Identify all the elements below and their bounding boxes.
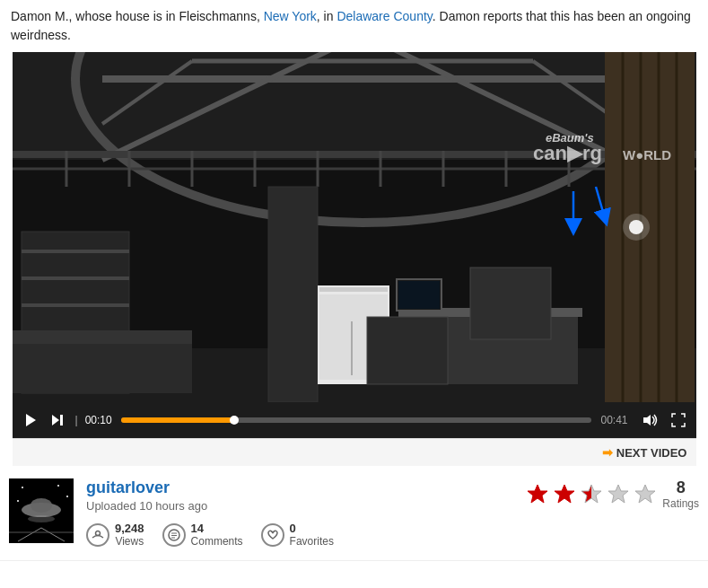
video-scene: eBaum's can▶rg W●RLD [13,52,696,402]
svg-rect-24 [22,276,129,280]
svg-point-62 [28,515,55,522]
ratings-section: 8 Ratings [526,478,699,510]
star-4[interactable] [607,483,630,506]
ratings-number: 8 [677,478,686,497]
progress-fill [121,417,234,423]
next-video-label: NEXT VIDEO [616,446,687,460]
next-video-button[interactable]: ➡ NEXT VIDEO [602,445,687,460]
avatar [9,478,74,543]
views-count-label: 9,248 Views [115,522,144,548]
svg-marker-74 [581,485,601,503]
video-frame[interactable]: eBaum's can▶rg W●RLD [13,52,696,402]
views-label: Views [115,535,144,548]
star-2[interactable] [553,483,576,506]
play-button[interactable] [20,413,41,427]
progress-bar[interactable] [121,417,592,423]
author-info: guitarlover Uploaded 10 hours ago 9,248 … [86,478,513,548]
svg-rect-25 [22,303,129,307]
delaware-link[interactable]: Delaware County [337,9,432,23]
svg-marker-73 [555,485,574,503]
svg-rect-46 [398,281,440,309]
svg-marker-53 [52,415,59,426]
svg-point-42 [623,214,650,241]
svg-rect-29 [319,287,388,292]
comments-count-label: 14 Comments [191,522,243,548]
ratings-count: 8 Ratings [662,478,699,510]
star-1[interactable] [526,483,549,506]
views-count: 9,248 [115,522,144,535]
ratings-text: Ratings [662,497,699,510]
volume-button[interactable] [639,414,662,426]
fullscreen-button[interactable] [668,413,689,427]
favorites-count-label: 0 Favorites [290,522,334,548]
views-icon [86,523,109,547]
author-section: guitarlover Uploaded 10 hours ago 9,248 … [0,466,708,561]
ratings-row: 8 Ratings [526,478,699,510]
author-name-link[interactable]: guitarlover [86,478,170,496]
star-5[interactable] [634,483,657,506]
svg-marker-55 [643,415,651,426]
svg-marker-52 [26,414,36,426]
star-3[interactable] [580,483,603,506]
article-text: Damon M., whose house is in Fleischmanns… [0,0,708,52]
svg-point-65 [66,496,68,497]
video-container: eBaum's can▶rg W●RLD | 00:10 00:41 [13,52,696,466]
svg-marker-75 [608,485,628,503]
comments-count: 14 [191,522,243,535]
progress-handle[interactable] [230,416,239,425]
article-text-content: Damon M., whose house is in Fleischmanns… [11,9,691,42]
svg-point-66 [17,500,19,502]
stars-row [526,483,657,506]
favorites-count: 0 [290,522,334,535]
svg-point-58 [31,498,52,513]
new-york-link[interactable]: New York [264,9,317,23]
comments-stat: 14 Comments [162,522,243,548]
favorites-icon [261,523,284,547]
svg-rect-23 [22,250,129,253]
svg-text:can▶rg: can▶rg [533,142,602,164]
svg-point-64 [57,485,59,487]
video-controls-bar: | 00:10 00:41 [13,402,696,438]
skip-button[interactable] [47,413,68,427]
current-time: 00:10 [85,414,112,426]
svg-rect-54 [60,415,63,426]
comments-label: Comments [191,535,243,548]
total-time: 00:41 [600,414,627,426]
svg-rect-34 [367,317,448,384]
views-stat: 9,248 Views [86,522,144,548]
svg-rect-35 [470,268,551,339]
favorites-label: Favorites [290,535,334,548]
svg-rect-27 [268,187,318,402]
upload-time: Uploaded 10 hours ago [86,499,513,513]
svg-text:W●RLD: W●RLD [623,147,671,162]
svg-rect-43 [13,339,192,393]
author-stats: 9,248 Views 14 Comments [86,522,513,548]
next-arrow-icon: ➡ [602,445,613,460]
favorites-stat: 0 Favorites [261,522,334,548]
comments-icon [162,523,186,547]
svg-marker-72 [528,485,547,503]
svg-rect-44 [13,330,192,344]
svg-marker-76 [635,485,655,503]
next-video-bar: ➡ NEXT VIDEO [13,438,696,466]
time-separator: | [75,414,78,426]
svg-point-63 [22,487,23,488]
